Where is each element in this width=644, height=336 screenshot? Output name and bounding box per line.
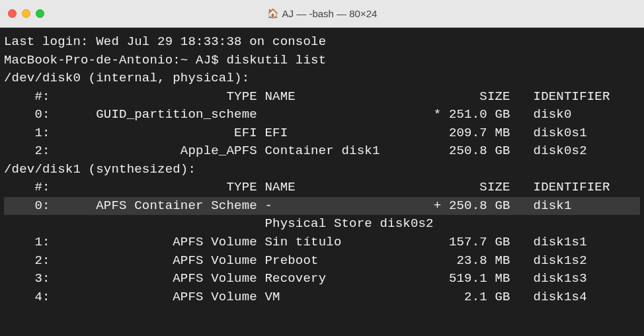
table-row: 4: APFS Volume VM 2.1 GB disk1s4 (4, 288, 640, 307)
window-title: 🏠 AJ — -bash — 80×24 (0, 7, 644, 21)
table-row: 2: APFS Volume Preboot 23.8 MB disk1s2 (4, 252, 640, 271)
table-row: 1: EFI EFI 209.7 MB disk0s1 (4, 124, 640, 143)
minimize-icon[interactable] (22, 9, 30, 18)
device-header: /dev/disk1 (synthesized): (4, 161, 640, 179)
device-header: /dev/disk0 (internal, physical): (4, 69, 640, 88)
column-header: #: TYPE NAME SIZE IDENTIFIER (4, 179, 640, 197)
table-row: 1: APFS Volume Sin título 157.7 GB disk1… (4, 233, 640, 252)
column-header: #: TYPE NAME SIZE IDENTIFIER (4, 88, 640, 106)
table-row: 0: APFS Container Scheme - + 250.8 GB di… (4, 197, 640, 216)
last-login-line: Last login: Wed Jul 29 18:33:38 on conso… (4, 33, 640, 52)
table-row: 2: Apple_APFS Container disk1 250.8 GB d… (4, 142, 640, 161)
table-row: Physical Store disk0s2 (4, 215, 640, 233)
window-titlebar: 🏠 AJ — -bash — 80×24 (0, 0, 644, 28)
terminal-output[interactable]: Last login: Wed Jul 29 18:33:38 on conso… (0, 28, 644, 306)
home-icon: 🏠 (267, 7, 278, 20)
traffic-lights (8, 9, 44, 18)
zoom-icon[interactable] (36, 9, 44, 18)
table-row: 0: GUID_partition_scheme * 251.0 GB disk… (4, 106, 640, 124)
close-icon[interactable] (8, 9, 17, 18)
table-row: 3: APFS Volume Recovery 519.1 MB disk1s3 (4, 270, 640, 288)
window-title-text: AJ — -bash — 80×24 (282, 7, 378, 21)
prompt-line: MacBook-Pro-de-Antonio:~ AJ$ diskutil li… (4, 52, 640, 70)
